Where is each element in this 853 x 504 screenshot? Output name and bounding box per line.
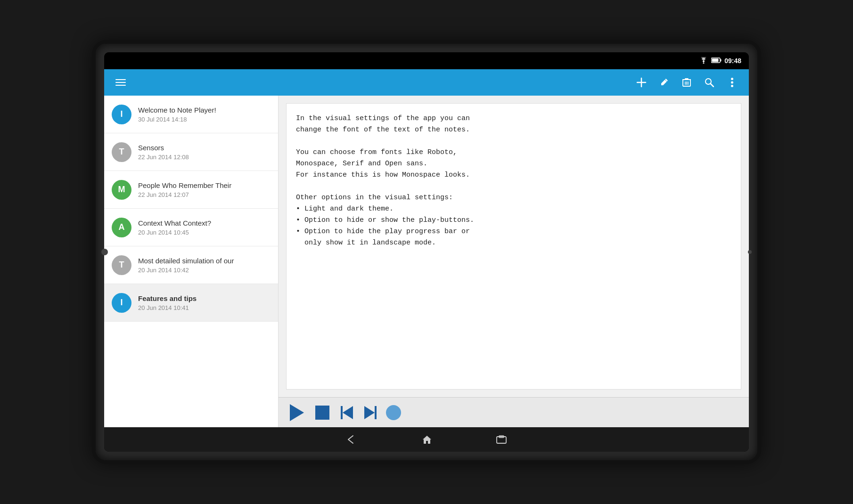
note-title-context: Context What Context? <box>138 219 271 227</box>
play-icon <box>290 404 304 421</box>
tablet-frame: 09:48 <box>92 40 761 464</box>
svg-point-6 <box>731 78 733 80</box>
hamburger-button[interactable] <box>112 75 130 89</box>
note-date-features: 20 Jun 2014 10:41 <box>138 304 271 311</box>
note-detail: In the visual settings of the app you ca… <box>279 96 749 427</box>
camera-dot <box>101 249 108 255</box>
note-content-area: In the visual settings of the app you ca… <box>279 96 749 397</box>
nav-bar <box>104 427 749 452</box>
main-content: IWelcome to Note Player!30 Jul 2014 14:1… <box>104 96 749 427</box>
note-info-welcome: Welcome to Note Player!30 Jul 2014 14:18 <box>138 106 271 123</box>
next-icon <box>364 406 377 419</box>
play-button[interactable] <box>288 402 306 423</box>
note-item-sensors[interactable]: TSensors22 Jun 2014 12:08 <box>104 133 278 171</box>
note-date-simulation: 20 Jun 2014 10:42 <box>138 267 271 274</box>
note-item-context[interactable]: AContext What Context?20 Jun 2014 10:45 <box>104 209 278 246</box>
note-info-context: Context What Context?20 Jun 2014 10:45 <box>138 219 271 236</box>
note-date-context: 20 Jun 2014 10:45 <box>138 229 271 236</box>
app-container: IWelcome to Note Player!30 Jul 2014 14:1… <box>104 69 749 427</box>
stop-icon <box>315 406 329 420</box>
note-item-people[interactable]: MPeople Who Remember Their22 Jun 2014 12… <box>104 171 278 209</box>
delete-button[interactable] <box>677 73 696 92</box>
note-date-sensors: 22 Jun 2014 12:08 <box>138 154 271 161</box>
note-content-box: In the visual settings of the app you ca… <box>286 103 741 390</box>
prev-icon <box>341 406 353 419</box>
battery-icon <box>711 57 722 65</box>
note-avatar-context: A <box>112 218 131 237</box>
stop-button[interactable] <box>313 404 331 422</box>
svg-point-0 <box>703 62 705 64</box>
back-button[interactable] <box>343 431 361 448</box>
note-date-people: 22 Jun 2014 12:07 <box>138 191 271 198</box>
note-avatar-simulation: T <box>112 255 131 275</box>
note-info-features: Features and tips20 Jun 2014 10:41 <box>138 294 271 311</box>
svg-point-8 <box>731 85 733 87</box>
hamburger-line-1 <box>115 79 126 80</box>
speaker-dot <box>748 250 752 254</box>
note-item-features[interactable]: IFeatures and tips20 Jun 2014 10:41 <box>104 284 278 322</box>
note-title-welcome: Welcome to Note Player! <box>138 106 271 114</box>
tablet-screen: 09:48 <box>104 52 749 452</box>
time-display: 09:48 <box>724 57 741 65</box>
note-item-simulation[interactable]: TMost detailed simulation of our20 Jun 2… <box>104 246 278 284</box>
player-controls <box>279 397 749 427</box>
add-note-button[interactable] <box>632 73 651 92</box>
more-options-button[interactable] <box>722 73 741 92</box>
svg-rect-2 <box>712 58 719 62</box>
note-title-features: Features and tips <box>138 294 271 302</box>
toolbar <box>104 69 749 96</box>
note-title-simulation: Most detailed simulation of our <box>138 257 271 265</box>
note-avatar-welcome: I <box>112 105 131 124</box>
note-info-people: People Who Remember Their22 Jun 2014 12:… <box>138 181 271 198</box>
note-avatar-people: M <box>112 180 131 200</box>
note-title-people: People Who Remember Their <box>138 181 271 189</box>
notes-list: IWelcome to Note Player!30 Jul 2014 14:1… <box>104 96 279 427</box>
note-info-sensors: Sensors22 Jun 2014 12:08 <box>138 144 271 161</box>
home-button[interactable] <box>418 431 436 448</box>
search-button[interactable] <box>700 73 719 92</box>
svg-point-7 <box>731 81 733 84</box>
recents-button[interactable] <box>492 431 510 447</box>
prev-button[interactable] <box>339 404 355 421</box>
note-date-welcome: 30 Jul 2014 14:18 <box>138 116 271 123</box>
toolbar-left <box>112 75 632 89</box>
progress-indicator <box>386 405 401 420</box>
wifi-icon <box>699 57 708 65</box>
note-info-simulation: Most detailed simulation of our20 Jun 20… <box>138 257 271 274</box>
edit-button[interactable] <box>655 73 673 92</box>
svg-rect-3 <box>721 59 722 61</box>
note-avatar-sensors: T <box>112 142 131 162</box>
hamburger-line-2 <box>115 82 126 83</box>
note-item-welcome[interactable]: IWelcome to Note Player!30 Jul 2014 14:1… <box>104 96 278 133</box>
hamburger-line-3 <box>115 85 126 86</box>
next-button[interactable] <box>362 404 378 421</box>
status-icons: 09:48 <box>699 57 741 65</box>
status-bar: 09:48 <box>104 52 749 69</box>
toolbar-right <box>632 73 741 92</box>
note-title-sensors: Sensors <box>138 144 271 152</box>
note-avatar-features: I <box>112 293 131 313</box>
